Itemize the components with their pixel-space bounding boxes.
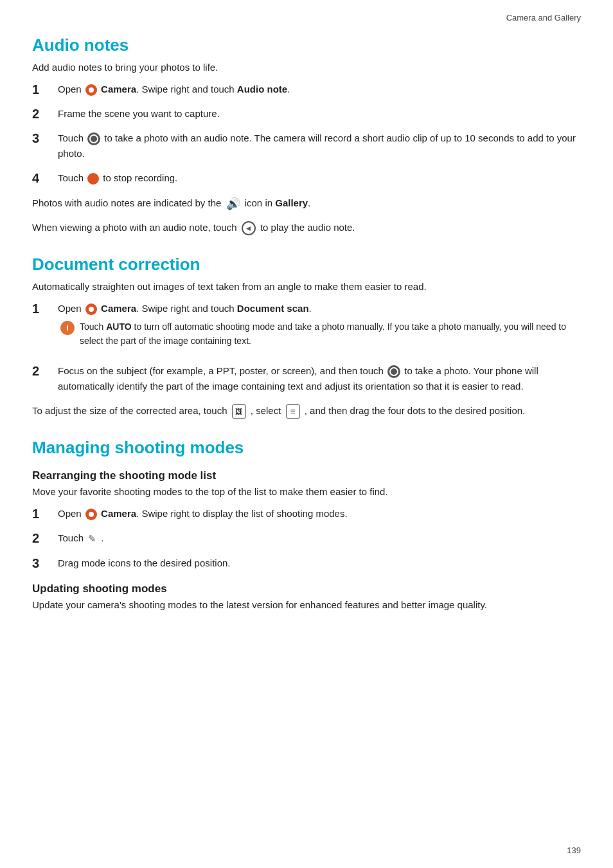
step-item: 1 Open Camera. Swipe right and touch Aud…	[32, 82, 581, 97]
step-content: Touch ✎ .	[58, 530, 581, 547]
document-correction-note: To adjust the size of the corrected area…	[32, 403, 581, 419]
step-content: Open Camera. Swipe right and touch Docum…	[58, 303, 312, 314]
step-number: 4	[32, 171, 51, 186]
adjust-icon: 🖼	[232, 404, 246, 419]
info-text: Touch AUTO to turn off automatic shootin…	[80, 320, 581, 348]
step-item: 3 Touch to take a photo with an audio no…	[32, 131, 581, 161]
step-item: 2 Touch ✎ .	[32, 530, 581, 547]
managing-shooting-modes-title: Managing shooting modes	[32, 438, 581, 458]
camera-icon	[85, 84, 97, 96]
step-number: 2	[32, 364, 51, 379]
pencil-icon: ✎	[88, 531, 96, 547]
audio-notes-desc: Add audio notes to bring your photos to …	[32, 62, 581, 73]
step-number: 3	[32, 131, 51, 146]
rearranging-subtitle: Rearranging the shooting mode list	[32, 469, 581, 482]
audio-notes-steps: 1 Open Camera. Swipe right and touch Aud…	[32, 82, 581, 186]
step-item: 1 Open Camera. Swipe right and touch Doc…	[32, 301, 581, 354]
step-number: 2	[32, 107, 51, 122]
step-content: Drag mode icons to the desired position.	[58, 556, 581, 571]
step-number: 1	[32, 507, 51, 521]
step-item: 1 Open Camera. Swipe right to display th…	[32, 506, 581, 521]
step-content: Focus on the subject (for example, a PPT…	[58, 363, 581, 394]
menu-icon	[286, 404, 300, 419]
document-correction-steps: 1 Open Camera. Swipe right and touch Doc…	[32, 301, 581, 394]
step-item: 3 Drag mode icons to the desired positio…	[32, 556, 581, 571]
camera-icon	[85, 509, 97, 520]
camera-icon	[85, 303, 97, 315]
audio-notes-title: Audio notes	[32, 35, 581, 55]
audio-note-icon: 🔊	[226, 195, 240, 213]
header-label: Camera and Gallery	[506, 13, 581, 23]
step-content: Open Camera. Swipe right and touch Audio…	[58, 82, 581, 97]
audio-notes-note1: Photos with audio notes are indicated by…	[32, 195, 581, 213]
page-number: 139	[567, 845, 581, 855]
audio-play-icon	[242, 221, 256, 235]
step-number: 2	[32, 531, 51, 546]
step-content: Open Camera. Swipe right to display the …	[58, 506, 581, 521]
info-icon: i	[60, 321, 75, 335]
step-item: 2 Frame the scene you want to capture.	[32, 106, 581, 122]
shutter-icon	[87, 132, 100, 145]
step-content: Touch to take a photo with an audio note…	[58, 131, 581, 161]
audio-notes-note2: When viewing a photo with an audio note,…	[32, 220, 581, 235]
step-number: 1	[32, 82, 51, 97]
info-box: i Touch AUTO to turn off automatic shoot…	[58, 320, 581, 348]
document-correction-title: Document correction	[32, 255, 581, 275]
stop-icon	[87, 173, 99, 185]
step-content: Frame the scene you want to capture.	[58, 106, 581, 122]
step-content: Touch to stop recording.	[58, 170, 581, 186]
document-correction-desc: Automatically straighten out images of t…	[32, 281, 581, 292]
step-item: 4 Touch to stop recording.	[32, 170, 581, 186]
rearranging-steps: 1 Open Camera. Swipe right to display th…	[32, 506, 581, 571]
step-number: 3	[32, 556, 51, 571]
step-item: 2 Focus on the subject (for example, a P…	[32, 363, 581, 394]
step-number: 1	[32, 302, 51, 316]
updating-desc: Update your camera's shooting modes to t…	[32, 599, 581, 610]
shutter-icon	[387, 365, 400, 378]
rearranging-desc: Move your favorite shooting modes to the…	[32, 486, 581, 497]
page-header: Camera and Gallery	[32, 13, 581, 23]
updating-subtitle: Updating shooting modes	[32, 583, 581, 595]
